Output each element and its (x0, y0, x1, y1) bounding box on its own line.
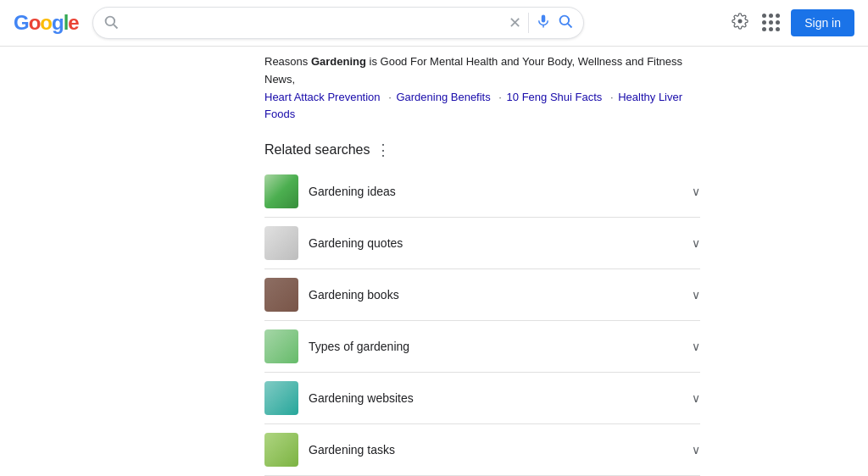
related-item-books-left: Gardening books (264, 278, 399, 312)
top-text: Reasons Gardening is Good For Mental Hea… (264, 55, 682, 86)
sep3: · (610, 91, 616, 103)
apps-button[interactable] (759, 10, 784, 36)
related-item-types-label: Types of gardening (309, 340, 409, 353)
search-icon (103, 14, 119, 32)
related-item-books[interactable]: Gardening books ∨ (264, 269, 700, 321)
search-bar-wrapper: gardening ✕ (92, 7, 584, 39)
chevron-down-types: ∨ (692, 340, 700, 353)
related-item-types[interactable]: Types of gardening ∨ (264, 321, 700, 373)
search-submit-icon[interactable] (558, 14, 573, 33)
related-thumb-ideas (264, 174, 298, 208)
divider (528, 13, 529, 33)
header-right: Sign in (728, 9, 854, 37)
related-item-websites-label: Gardening websites (309, 391, 414, 405)
related-header: Related searches ⋮ (264, 141, 700, 159)
svg-line-5 (568, 23, 572, 27)
related-item-ideas-label: Gardening ideas (309, 185, 396, 198)
main-content: Reasons Gardening is Good For Mental Hea… (154, 47, 714, 476)
search-input[interactable]: gardening (125, 15, 502, 30)
clear-icon[interactable]: ✕ (509, 14, 521, 32)
related-thumb-websites (264, 381, 298, 415)
grid-dots-icon (762, 14, 781, 32)
related-item-quotes-left: Gardening quotes (264, 226, 403, 260)
three-dots-menu[interactable]: ⋮ (376, 141, 391, 159)
related-item-tasks-left: Gardening tasks (264, 433, 395, 467)
svg-line-1 (114, 24, 118, 28)
related-item-ideas-left: Gardening ideas (264, 174, 396, 208)
chevron-down-quotes: ∨ (692, 236, 700, 250)
related-item-ideas[interactable]: Gardening ideas ∨ (264, 166, 700, 218)
chevron-down-tasks: ∨ (692, 443, 700, 457)
sep1: · (388, 91, 394, 103)
top-link-heart[interactable]: Heart Attack Prevention (264, 91, 381, 103)
top-links: Reasons Gardening is Good For Mental Hea… (264, 47, 700, 127)
svg-rect-2 (541, 14, 545, 22)
chevron-down-books: ∨ (692, 288, 700, 302)
header: Google gardening ✕ (0, 0, 868, 47)
related-item-websites-left: Gardening websites (264, 381, 414, 415)
related-item-websites[interactable]: Gardening websites ∨ (264, 373, 700, 424)
search-bar: gardening ✕ (92, 7, 584, 39)
related-thumb-tasks (264, 433, 298, 467)
svg-point-4 (559, 15, 569, 25)
related-thumb-books (264, 278, 298, 312)
related-item-books-label: Gardening books (309, 288, 399, 302)
chevron-down-websites: ∨ (692, 391, 700, 405)
svg-point-0 (105, 16, 114, 25)
mic-icon[interactable] (536, 14, 551, 33)
related-thumb-quotes (264, 226, 298, 260)
related-searches-section: Related searches ⋮ Gardening ideas ∨ Gar… (264, 141, 700, 476)
related-item-tasks-label: Gardening tasks (309, 443, 395, 457)
related-item-quotes[interactable]: Gardening quotes ∨ (264, 218, 700, 269)
sep2: · (498, 91, 504, 103)
related-thumb-types (264, 329, 298, 363)
related-item-quotes-label: Gardening quotes (309, 236, 403, 250)
related-item-types-left: Types of gardening (264, 329, 409, 363)
signin-button[interactable]: Sign in (791, 9, 854, 36)
google-logo[interactable]: Google (14, 11, 79, 35)
related-item-tasks[interactable]: Gardening tasks ∨ (264, 424, 700, 476)
settings-button[interactable] (728, 9, 752, 37)
top-link-fengshu[interactable]: 10 Feng Shui Facts (507, 91, 603, 103)
related-title: Related searches (264, 142, 370, 158)
chevron-down-ideas: ∨ (692, 185, 700, 198)
top-link-benefits[interactable]: Gardening Benefits (396, 91, 490, 103)
